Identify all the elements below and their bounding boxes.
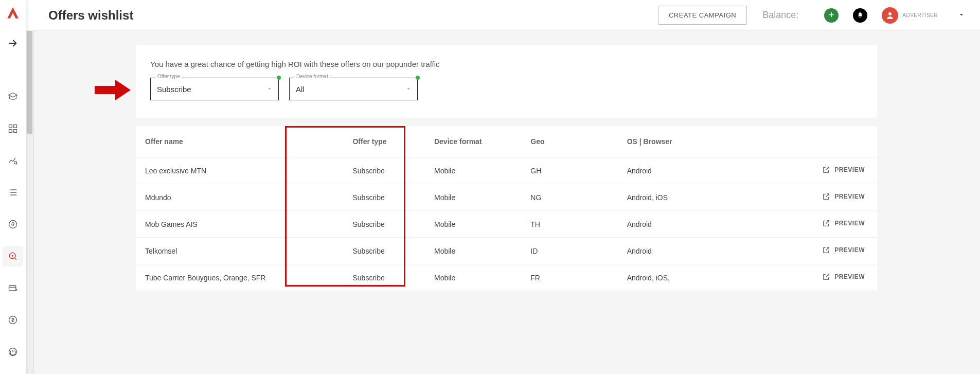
- balance-label: Balance:: [762, 10, 798, 21]
- preview-button[interactable]: PREVIEW: [822, 219, 865, 227]
- col-offer-type: Offer type: [343, 126, 425, 157]
- nav-education[interactable]: [3, 86, 23, 107]
- compass-icon: [8, 219, 18, 229]
- cell-geo: GH: [521, 157, 617, 184]
- cell-name: Tube Carrier Bouygues, Orange, SFR: [136, 264, 343, 291]
- external-link-icon: [822, 273, 830, 281]
- nav-power[interactable]: [3, 342, 23, 362]
- scrollbar[interactable]: [26, 0, 34, 374]
- cell-name: Telkomsel: [136, 238, 343, 264]
- device-format-label: Device format: [294, 74, 330, 79]
- card-plus-icon: [8, 283, 18, 293]
- user-role-label: ADVERTISER: [902, 12, 938, 18]
- bell-icon: [857, 12, 864, 19]
- cell-device: Mobile: [425, 238, 521, 264]
- external-link-icon: [822, 192, 830, 201]
- nav-list[interactable]: [3, 182, 23, 203]
- caret-down-icon: [406, 86, 411, 92]
- filter-panel: You have a great chance of getting high …: [136, 45, 877, 118]
- cell-os: Android: [618, 157, 781, 184]
- cell-geo: TH: [521, 211, 617, 238]
- external-link-icon: [822, 219, 830, 227]
- dollar-circle-icon: [8, 315, 18, 325]
- filter-row: Offer type Subscribe Device format All: [150, 78, 863, 100]
- svg-rect-8: [9, 286, 16, 291]
- svg-rect-2: [9, 130, 12, 133]
- list-icon: [8, 187, 18, 198]
- svg-rect-0: [9, 125, 12, 128]
- user-menu-toggle[interactable]: [958, 11, 965, 20]
- offer-type-label: Offer type: [155, 74, 182, 79]
- external-link-icon: [822, 166, 830, 174]
- graduation-cap-icon: [8, 92, 18, 102]
- user-avatar[interactable]: [882, 7, 898, 24]
- svg-point-13: [888, 12, 892, 15]
- external-link-icon: [822, 246, 830, 254]
- filter-hint-text: You have a great chance of getting high …: [150, 60, 863, 68]
- cell-device: Mobile: [425, 184, 521, 211]
- table-row: MdundoSubscribeMobileNGAndroid, iOSPREVI…: [136, 184, 877, 211]
- offer-type-value: Subscribe: [157, 85, 267, 94]
- sidebar-expand-toggle[interactable]: [0, 31, 26, 56]
- cell-name: Leo exclusive MTN: [136, 157, 343, 184]
- sidebar-rail: [0, 0, 26, 374]
- active-indicator-dot: [416, 76, 420, 80]
- target-search-icon: [8, 251, 18, 261]
- preview-button[interactable]: PREVIEW: [822, 192, 865, 201]
- caret-down-icon: [267, 86, 272, 92]
- svg-point-7: [12, 255, 13, 257]
- offers-table: Offer name Offer type Device format Geo …: [136, 126, 877, 291]
- table-row: Leo exclusive MTNSubscribeMobileGHAndroi…: [136, 157, 877, 184]
- cell-geo: NG: [521, 184, 617, 211]
- cell-os: Android, iOS: [618, 184, 781, 211]
- cell-type: Subscribe: [343, 184, 425, 211]
- table-header-row: Offer name Offer type Device format Geo …: [136, 126, 877, 157]
- preview-button[interactable]: PREVIEW: [822, 273, 865, 281]
- device-format-select[interactable]: Device format All: [289, 78, 418, 100]
- brand-logo-icon: [6, 6, 20, 20]
- user-icon: [885, 11, 895, 20]
- offer-type-select[interactable]: Offer type Subscribe: [150, 78, 279, 100]
- preview-button[interactable]: PREVIEW: [822, 246, 865, 254]
- cell-geo: ID: [521, 238, 617, 264]
- svg-point-5: [9, 221, 17, 228]
- nav-analytics[interactable]: [3, 150, 23, 171]
- active-indicator-dot: [277, 76, 281, 80]
- cell-name: Mdundo: [136, 184, 343, 211]
- offers-table-panel: Offer name Offer type Device format Geo …: [136, 126, 877, 291]
- nav-finance[interactable]: [3, 310, 23, 330]
- cell-name: Mob Games AIS: [136, 211, 343, 238]
- analytics-icon: [8, 155, 18, 166]
- cell-type: Subscribe: [343, 211, 425, 238]
- table-row: Mob Games AISSubscribeMobileTHAndroidPRE…: [136, 211, 877, 238]
- table-row: TelkomselSubscribeMobileIDAndroidPREVIEW: [136, 238, 877, 264]
- plus-icon: +: [829, 10, 834, 21]
- create-campaign-button[interactable]: CREATE CAMPAIGN: [658, 6, 747, 25]
- svg-rect-3: [14, 130, 17, 133]
- cell-os: Android: [618, 211, 781, 238]
- nav-compass[interactable]: [3, 214, 23, 235]
- add-funds-button[interactable]: +: [824, 8, 839, 23]
- col-device-format: Device format: [425, 126, 521, 157]
- svg-rect-1: [14, 125, 17, 128]
- notifications-button[interactable]: [853, 8, 867, 23]
- nav-billing[interactable]: [3, 278, 23, 298]
- power-icon: [8, 347, 18, 357]
- arrow-right-icon: [7, 38, 19, 49]
- sidebar-nav: [0, 86, 26, 374]
- cell-device: Mobile: [425, 211, 521, 238]
- col-os-browser: OS | Browser: [618, 126, 781, 157]
- grid-icon: [8, 123, 18, 134]
- nav-dashboard[interactable]: [3, 118, 23, 139]
- page-header: Offers wishlist CREATE CAMPAIGN Balance:…: [26, 0, 980, 31]
- cell-os: Android: [618, 238, 781, 264]
- preview-button[interactable]: PREVIEW: [822, 166, 865, 174]
- nav-offers-wishlist[interactable]: [3, 246, 23, 266]
- caret-down-icon: [958, 12, 965, 18]
- cell-device: Mobile: [425, 157, 521, 184]
- col-geo: Geo: [521, 126, 617, 157]
- cell-type: Subscribe: [343, 238, 425, 264]
- cell-geo: FR: [521, 264, 617, 291]
- col-offer-name: Offer name: [136, 126, 343, 157]
- brand-logo: [0, 0, 26, 26]
